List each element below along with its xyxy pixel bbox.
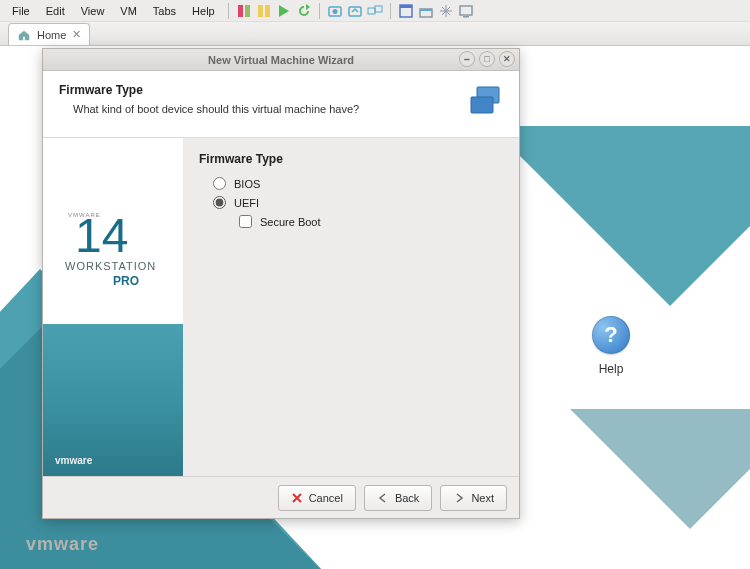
- radio-uefi-label: UEFI: [234, 197, 259, 209]
- window-minimize-icon[interactable]: ‒: [459, 51, 475, 67]
- next-button[interactable]: Next: [440, 485, 507, 511]
- arrow-left-icon: [377, 492, 389, 504]
- radio-bios-label: BIOS: [234, 178, 260, 190]
- window-maximize-icon[interactable]: □: [479, 51, 495, 67]
- svg-rect-14: [420, 9, 432, 11]
- checkbox-secure-boot-input[interactable]: [239, 215, 252, 228]
- radio-bios-input[interactable]: [213, 177, 226, 190]
- menu-edit[interactable]: Edit: [40, 3, 71, 19]
- svg-rect-10: [375, 6, 382, 12]
- fullscreen-icon[interactable]: [398, 3, 414, 19]
- svg-rect-3: [265, 5, 270, 17]
- radio-uefi-input[interactable]: [213, 196, 226, 209]
- back-button[interactable]: Back: [364, 485, 432, 511]
- side-workstation-label: WORKSTATION: [65, 260, 156, 272]
- unity-icon[interactable]: [418, 3, 434, 19]
- menu-tabs[interactable]: Tabs: [147, 3, 182, 19]
- play-icon[interactable]: [276, 3, 292, 19]
- dialog-header: Firmware Type What kind of boot device s…: [43, 71, 519, 138]
- svg-rect-18: [471, 97, 493, 113]
- vm-monitor-icon: [465, 83, 505, 123]
- cancel-button-label: Cancel: [309, 492, 343, 504]
- svg-rect-15: [460, 6, 472, 15]
- arrow-right-icon: [453, 492, 465, 504]
- back-button-label: Back: [395, 492, 419, 504]
- vmware-brand: vmware: [26, 534, 99, 555]
- separator: [390, 3, 391, 19]
- dialog-header-subtitle: What kind of boot device should this vir…: [73, 103, 359, 115]
- radio-bios[interactable]: BIOS: [213, 176, 503, 191]
- dialog-title: New Virtual Machine Wizard: [208, 54, 354, 66]
- dialog-body: VMWARE 14 WORKSTATION PRO vmware Firmwar…: [43, 138, 519, 476]
- checkbox-secure-boot[interactable]: Secure Boot: [239, 214, 503, 229]
- help-icon: ?: [592, 316, 630, 354]
- stretch-icon[interactable]: [438, 3, 454, 19]
- side-brand-label: vmware: [55, 455, 92, 466]
- menu-file[interactable]: File: [6, 3, 36, 19]
- svg-rect-16: [463, 16, 469, 18]
- cancel-button[interactable]: Cancel: [278, 485, 356, 511]
- svg-rect-2: [258, 5, 263, 17]
- svg-rect-1: [245, 5, 250, 17]
- tab-home[interactable]: Home ✕: [8, 23, 90, 45]
- dialog-side-art: VMWARE 14 WORKSTATION PRO vmware: [43, 138, 183, 476]
- menu-help[interactable]: Help: [186, 3, 221, 19]
- radio-uefi[interactable]: UEFI: [213, 195, 503, 210]
- separator: [228, 3, 229, 19]
- dialog-header-title: Firmware Type: [59, 83, 359, 97]
- separator: [319, 3, 320, 19]
- help-tile-label: Help: [592, 362, 630, 376]
- firmware-type-group-label: Firmware Type: [199, 152, 503, 166]
- dialog-footer: Cancel Back Next: [43, 476, 519, 518]
- next-button-label: Next: [471, 492, 494, 504]
- home-icon: [17, 28, 31, 42]
- svg-marker-5: [306, 4, 310, 10]
- checkbox-secure-boot-label: Secure Boot: [260, 216, 321, 228]
- decor-triangle: [570, 409, 750, 529]
- console-icon[interactable]: [458, 3, 474, 19]
- tab-home-label: Home: [37, 29, 66, 41]
- cancel-icon: [291, 492, 303, 504]
- restart-icon[interactable]: [296, 3, 312, 19]
- tab-bar: Home ✕: [0, 22, 750, 46]
- suspend-icon[interactable]: [256, 3, 272, 19]
- revert-icon[interactable]: [347, 3, 363, 19]
- svg-point-7: [332, 9, 337, 14]
- snapshot-icon[interactable]: [327, 3, 343, 19]
- side-pro-label: PRO: [113, 274, 139, 288]
- menu-view[interactable]: View: [75, 3, 111, 19]
- menubar: File Edit View VM Tabs Help: [0, 0, 750, 22]
- power-on-icon[interactable]: [236, 3, 252, 19]
- help-tile[interactable]: ? Help: [592, 316, 630, 376]
- svg-rect-12: [400, 5, 412, 8]
- firmware-type-form: Firmware Type BIOS UEFI Secure Boot: [183, 138, 519, 476]
- new-vm-wizard-dialog: New Virtual Machine Wizard ‒ □ ✕ Firmwar…: [42, 48, 520, 519]
- svg-rect-0: [238, 5, 243, 17]
- svg-marker-4: [279, 5, 289, 17]
- svg-rect-9: [368, 8, 375, 14]
- dialog-titlebar[interactable]: New Virtual Machine Wizard ‒ □ ✕: [43, 49, 519, 71]
- menu-vm[interactable]: VM: [114, 3, 143, 19]
- window-close-icon[interactable]: ✕: [499, 51, 515, 67]
- tab-close-icon[interactable]: ✕: [72, 28, 81, 41]
- decor-triangle: [490, 126, 750, 306]
- side-version-number: 14: [75, 208, 128, 263]
- manage-snapshots-icon[interactable]: [367, 3, 383, 19]
